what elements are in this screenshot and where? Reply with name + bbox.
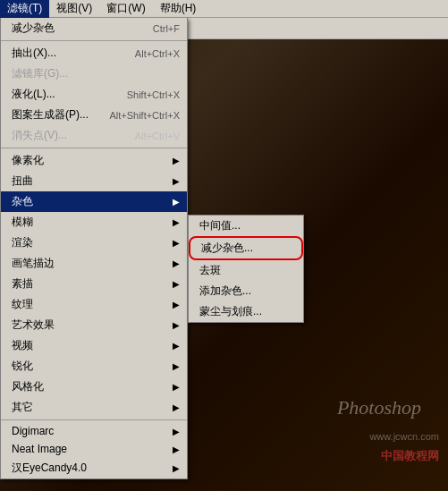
submenu-arrow-icon: ▶ [173, 463, 180, 473]
submenu-item-label: 减少杂色... [201, 241, 253, 256]
site-watermark: www.jcwcn.com [369, 431, 439, 442]
submenu-item-reduce-noise[interactable]: 减少杂色... [189, 236, 303, 260]
menu-item-neat-image[interactable]: Neat Image ▶ [1, 440, 187, 458]
menu-item-label: 减少杂色 [12, 21, 55, 36]
submenu-item-label: 去斑 [199, 263, 221, 278]
menu-item-label: 画笔描边 [12, 256, 55, 271]
menu-item-label: 视频 [12, 338, 33, 353]
menu-item-shortcut: Alt+Ctrl+V [135, 131, 180, 141]
menu-item-label: 纹理 [12, 297, 33, 312]
menu-item-sharpen[interactable]: 锐化 ▶ [1, 356, 187, 377]
submenu-item-despeckle[interactable]: 去斑 [189, 260, 303, 281]
menu-item-shortcut: Alt+Ctrl+X [135, 48, 180, 59]
menu-item-texture[interactable]: 纹理 ▶ [1, 294, 187, 315]
submenu-arrow-icon: ▶ [173, 382, 180, 392]
submenu-arrow-icon: ▶ [173, 361, 180, 371]
menu-item-noise[interactable]: 杂色 ▶ [1, 191, 187, 212]
menu-bar-view[interactable]: 视图(V) [49, 0, 99, 18]
submenu-arrow-icon: ▶ [173, 444, 180, 454]
menu-item-sketch[interactable]: 素描 ▶ [1, 274, 187, 294]
menu-item-eyecandy[interactable]: 汉EyeCandy4.0 ▶ [1, 458, 187, 478]
submenu-arrow-icon: ▶ [173, 217, 180, 227]
submenu-item-add-noise[interactable]: 添加杂色... [189, 281, 303, 301]
menu-item-pattern-maker[interactable]: 图案生成器(P)... Alt+Shift+Ctrl+X [1, 105, 187, 125]
menu-item-shortcut: Ctrl+F [153, 23, 180, 34]
submenu-arrow-icon: ▶ [173, 258, 180, 268]
menu-item-stylize[interactable]: 风格化 ▶ [1, 377, 187, 397]
menu-item-blur[interactable]: 模糊 ▶ [1, 212, 187, 233]
menu-item-label: 汉EyeCandy4.0 [12, 461, 87, 476]
menu-bar-help[interactable]: 帮助(H) [153, 0, 204, 18]
menu-item-shortcut: Alt+Shift+Ctrl+X [109, 110, 180, 121]
submenu-arrow-icon: ▶ [173, 279, 180, 289]
menu-item-label: 锐化 [12, 359, 33, 374]
menu-item-label: Digimarc [12, 425, 54, 437]
menu-item-label: 消失点(V)... [12, 128, 67, 143]
submenu-item-label: 蒙尘与划痕... [199, 304, 262, 319]
menu-item-label: 素描 [12, 276, 33, 292]
menu-item-other[interactable]: 其它 ▶ [1, 397, 187, 418]
submenu-item-label: 中间值... [199, 218, 241, 233]
menu-bar: 滤镜(T) 视图(V) 窗口(W) 帮助(H) [0, 0, 448, 18]
menu-item-label: 杂色 [12, 194, 33, 209]
separator-3 [1, 419, 187, 420]
separator-1 [1, 40, 187, 41]
menu-item-brush-strokes[interactable]: 画笔描边 ▶ [1, 253, 187, 274]
submenu-arrow-icon: ▶ [173, 320, 180, 330]
menu-item-label: 像素化 [12, 153, 44, 168]
submenu-arrow-icon: ▶ [173, 300, 180, 309]
submenu-item-label: 添加杂色... [199, 284, 251, 299]
menu-item-label: 模糊 [12, 215, 33, 230]
noise-submenu: 中间值... 减少杂色... 去斑 添加杂色... 蒙尘与划痕... [188, 215, 304, 323]
submenu-arrow-icon: ▶ [173, 238, 180, 248]
submenu-arrow-icon: ▶ [173, 402, 180, 412]
submenu-arrow-icon: ▶ [173, 197, 180, 207]
menu-item-label: 滤镜库(G)... [12, 66, 68, 81]
submenu-arrow-icon: ▶ [173, 176, 180, 186]
submenu-arrow-icon: ▶ [173, 156, 180, 165]
filter-dropdown-menu: 减少杂色 Ctrl+F 抽出(X)... Alt+Ctrl+X 滤镜库(G)..… [0, 18, 188, 479]
submenu-item-median[interactable]: 中间值... [189, 216, 303, 236]
menu-item-label: 风格化 [12, 379, 44, 394]
menu-item-reduce-noise-top[interactable]: 减少杂色 Ctrl+F [1, 18, 187, 38]
separator-2 [1, 148, 187, 148]
menu-item-filter-gallery[interactable]: 滤镜库(G)... [1, 63, 187, 84]
submenu-arrow-icon: ▶ [173, 341, 180, 351]
menu-item-label: 艺术效果 [12, 317, 55, 333]
menu-item-pixelate[interactable]: 像素化 ▶ [1, 150, 187, 171]
menu-item-render[interactable]: 渲染 ▶ [1, 233, 187, 253]
menu-bar-filter[interactable]: 滤镜(T) [0, 0, 49, 18]
menu-item-distort[interactable]: 扭曲 ▶ [1, 171, 187, 191]
photoshop-watermark: Photoshop [337, 396, 421, 419]
menu-item-label: 其它 [12, 400, 33, 415]
submenu-arrow-icon: ▶ [173, 427, 180, 436]
menu-item-digimarc[interactable]: Digimarc ▶ [1, 422, 187, 440]
menu-bar-window[interactable]: 窗口(W) [99, 0, 152, 18]
menu-item-artistic[interactable]: 艺术效果 ▶ [1, 315, 187, 335]
menu-item-extract[interactable]: 抽出(X)... Alt+Ctrl+X [1, 43, 187, 63]
menu-item-liquify[interactable]: 液化(L)... Shift+Ctrl+X [1, 84, 187, 105]
cn-watermark: 中国教程网 [381, 448, 439, 464]
menu-item-label: 抽出(X)... [12, 46, 56, 61]
menu-item-vanishing-point[interactable]: 消失点(V)... Alt+Ctrl+V [1, 125, 187, 146]
menu-item-label: 液化(L)... [12, 87, 55, 102]
menu-item-label: Neat Image [12, 443, 67, 455]
menu-item-label: 扭曲 [12, 174, 33, 189]
menu-item-shortcut: Shift+Ctrl+X [127, 89, 180, 100]
menu-item-label: 渲染 [12, 235, 33, 250]
menu-item-label: 图案生成器(P)... [12, 107, 89, 123]
submenu-item-dust-scratches[interactable]: 蒙尘与划痕... [189, 301, 303, 322]
menu-item-video[interactable]: 视频 ▶ [1, 335, 187, 356]
